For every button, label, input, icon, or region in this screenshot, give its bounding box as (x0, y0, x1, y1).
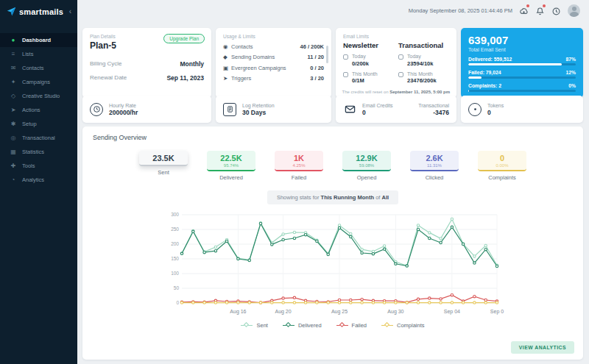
tokens-card: Tokens0 (461, 96, 583, 123)
sidebar-item-tools[interactable]: ✚Tools (0, 159, 77, 173)
billing-cycle-value: Monthly (180, 60, 204, 68)
stat-chip-delivered: 22.5K95.74% Delivered (207, 151, 255, 181)
svg-text:300: 300 (171, 212, 179, 217)
renewal-date-label: Renewal Date (90, 74, 127, 82)
lists-icon: ≡ (10, 51, 17, 57)
history-clock-icon[interactable] (551, 6, 561, 15)
total-sent-label: Total Email Sent (468, 47, 576, 52)
triggers-icon: ➤ (223, 75, 231, 82)
renewal-date-value: Sep 11, 2023 (166, 74, 204, 82)
hourly-rate-card: Hourly Rate200000/hr (82, 96, 211, 123)
credits-reset-note: The credits will reset on September 11, … (342, 90, 450, 94)
analytics-icon: ◔ (10, 176, 17, 183)
sidebar-menu: ●Dashboard ≡Lists ✉Contacts ✦Campaigns ◇… (0, 33, 77, 187)
creative-studio-icon: ◇ (10, 93, 17, 99)
sending-overview-title: Sending Overview (82, 134, 583, 141)
legend-item-complaints[interactable]: Complaints (381, 322, 425, 329)
stats-filter-bar: Showing stats for This Running Month of … (267, 190, 398, 204)
transactional-column: Transactional Today 23594/10k This Month… (398, 41, 449, 84)
setup-icon: ✱ (10, 121, 17, 127)
svg-text:Aug 16: Aug 16 (230, 309, 246, 315)
sidebar-item-analytics[interactable]: ◔Analytics (0, 173, 77, 187)
stat-chip-clicked: 2.6K11.31% Clicked (410, 151, 459, 181)
stats-chips-row: 23.5K Sent 22.5K95.74% Delivered 1K4.25%… (82, 151, 583, 181)
svg-text:Aug 25: Aug 25 (331, 309, 348, 315)
total-sent-value: 639,007 (468, 34, 576, 46)
legend-item-delivered[interactable]: Delivered (283, 322, 322, 329)
filter-scope-dropdown[interactable]: All (381, 194, 389, 201)
sending-domains-icon: ◆ (223, 54, 231, 60)
dashboard-icon: ● (10, 37, 17, 43)
upgrade-plan-button[interactable]: Upgrade Plan (163, 34, 205, 43)
sidebar-item-transactional[interactable]: ◎Transactional (0, 131, 77, 145)
delivered-progress-bar (468, 63, 576, 66)
token-icon (468, 103, 482, 116)
email-credits-card: Email Credits0 Transactional-3476 (336, 96, 456, 123)
view-analytics-button[interactable]: VIEW ANALYTICS (511, 341, 574, 354)
transactional-icon: ◎ (10, 135, 17, 141)
app-logo[interactable]: smartmails (19, 7, 66, 16)
stat-chip-opened: 12.9K59.08% Opened (342, 151, 391, 181)
sidebar-item-setup[interactable]: ✱Setup (0, 117, 77, 131)
actions-icon: ➤ (10, 107, 17, 113)
usage-limits-title: Usage & Limits (223, 34, 324, 39)
sidebar-item-creative-studio[interactable]: ◇Creative Studio (0, 89, 77, 103)
cloud-upload-icon[interactable] (519, 6, 529, 15)
mini-cards-row: Hourly Rate200000/hr Log Retention30 Day… (82, 96, 583, 123)
transactional-today-icon (398, 54, 403, 60)
stat-chip-failed: 1K4.25% Failed (275, 151, 323, 181)
datetime-text: Monday September 08, 2025 01:44:46 PM (409, 7, 512, 14)
stat-chip-complaints: 00.00% Complaints (478, 151, 526, 181)
sidebar-item-lists[interactable]: ≡Lists (0, 47, 77, 61)
log-retention-card: Log Retention30 Days (216, 96, 331, 123)
sending-overview-card: Sending Overview 23.5K Sent 22.5K95.74% … (82, 126, 583, 360)
sidebar-item-contacts[interactable]: ✉Contacts (0, 61, 77, 75)
document-icon (223, 103, 236, 116)
newsletter-today-icon (343, 54, 348, 60)
complaints-progress-bar (468, 90, 576, 93)
svg-text:Aug 20: Aug 20 (275, 309, 291, 315)
email-limits-card: Email Limits Newsletter Today 0/200k Thi… (336, 28, 456, 98)
billing-cycle-label: Billing Cycle (90, 60, 122, 68)
newsletter-month-icon (343, 72, 348, 77)
svg-text:0: 0 (176, 300, 179, 305)
plan-card: Plan Details Plan-5 Upgrade Plan Billing… (82, 28, 211, 98)
svg-text:250: 250 (171, 226, 179, 232)
email-limits-title: Email Limits (343, 34, 449, 39)
chart-legend: SentDeliveredFailedComplaints (82, 322, 583, 329)
total-email-sent-card: 639,007 Total Email Sent Delivered: 559,… (461, 28, 583, 98)
sending-chart: 050100150200250300Aug 16Aug 20Aug 25Aug … (82, 210, 583, 321)
evergreen-campaigns-icon: ▣ (223, 65, 231, 71)
sidebar-item-campaigns[interactable]: ✦Campaigns (0, 75, 77, 89)
svg-text:150: 150 (171, 256, 179, 261)
top-bar: Monday September 08, 2025 01:44:46 PM (77, 0, 589, 21)
usage-scrollbar[interactable] (326, 46, 328, 63)
svg-text:Sep 04: Sep 04 (444, 309, 460, 315)
clock-icon (90, 103, 103, 116)
contacts-usage-icon: ◉ (223, 43, 231, 50)
statistics-icon: ▦ (10, 149, 17, 155)
sidebar-item-dashboard[interactable]: ●Dashboard (0, 33, 77, 47)
stat-chip-sent: 23.5K Sent (139, 151, 188, 181)
usage-limits-card: Usage & Limits ◉ Contacts 46 / 200K ◆ Se… (216, 28, 331, 98)
legend-item-sent[interactable]: Sent (241, 322, 267, 329)
sidebar-item-statistics[interactable]: ▦Statistics (0, 145, 77, 159)
svg-text:200: 200 (171, 241, 179, 246)
tools-icon: ✚ (10, 163, 17, 169)
svg-text:100: 100 (171, 271, 179, 276)
sidebar-collapse-chevron[interactable]: ‹ (69, 7, 73, 15)
summary-cards-row: Plan Details Plan-5 Upgrade Plan Billing… (82, 28, 583, 91)
legend-item-failed[interactable]: Failed (336, 322, 367, 329)
user-avatar[interactable] (568, 4, 580, 17)
transactional-month-icon (398, 72, 403, 77)
filter-period-dropdown[interactable]: This Running Month (321, 194, 374, 201)
paper-plane-icon (7, 7, 16, 16)
envelope-icon (343, 103, 356, 116)
svg-text:50: 50 (174, 285, 180, 290)
sidebar-item-actions[interactable]: ➤Actions (0, 103, 77, 117)
sidebar: smartmails ‹ ●Dashboard ≡Lists ✉Contacts… (0, 0, 77, 364)
contacts-icon: ✉ (10, 65, 17, 71)
notifications-bell-icon[interactable] (535, 6, 545, 15)
newsletter-column: Newsletter Today 0/200k This Month 0/1M (343, 41, 394, 84)
failed-progress-bar (468, 76, 576, 79)
